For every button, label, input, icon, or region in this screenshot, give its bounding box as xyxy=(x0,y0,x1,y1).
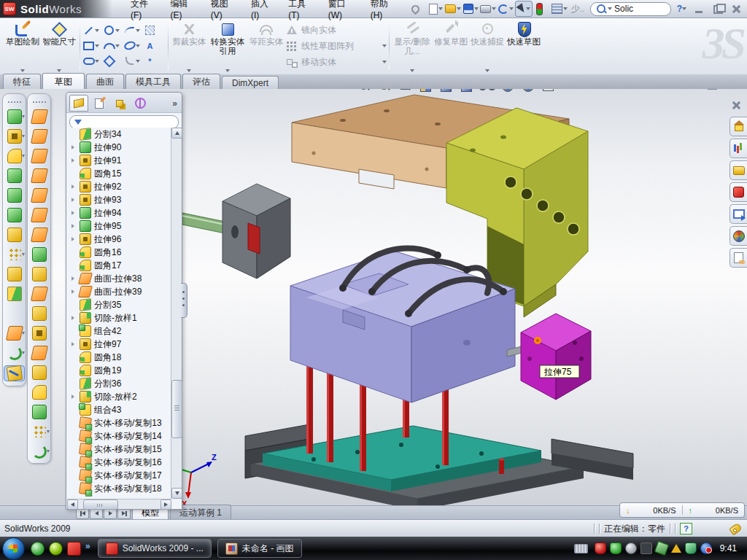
security-alert-tray-icon[interactable] xyxy=(595,542,606,554)
dropdown-arrow-icon[interactable] xyxy=(410,69,414,72)
tree-item[interactable]: 实体-移动/复制18 xyxy=(67,482,171,495)
polygon-icon[interactable] xyxy=(103,55,115,67)
select-cursor-icon[interactable] xyxy=(515,1,533,17)
shut-off-surface-icon[interactable] xyxy=(32,385,47,400)
menu-file[interactable]: 文件(F) xyxy=(123,0,163,23)
search-value[interactable]: Solic xyxy=(614,4,633,14)
tab-mold-tools[interactable]: 模具工具 xyxy=(125,74,181,89)
help-dropdown-icon[interactable] xyxy=(682,7,686,10)
parting-surface-icon[interactable] xyxy=(32,365,47,380)
search-box[interactable]: Solic xyxy=(590,2,671,16)
dropdown-arrow-icon[interactable] xyxy=(95,60,99,63)
dropdown-arrow-icon[interactable] xyxy=(136,44,140,47)
dropdown-arrow-icon[interactable] xyxy=(492,7,496,10)
toolbox-tab[interactable] xyxy=(729,182,747,202)
feature-label[interactable]: 圆角15 xyxy=(94,168,121,180)
point-icon[interactable]: * xyxy=(144,55,156,67)
feature-label[interactable]: 曲面-拉伸38 xyxy=(94,273,142,285)
scroll-right-button[interactable] xyxy=(160,499,171,510)
tab-evaluate[interactable]: 评估 xyxy=(182,74,220,89)
expand-arrow-icon[interactable] xyxy=(71,211,77,215)
tree-item[interactable]: 拉伸95 xyxy=(67,219,171,233)
dropdown-arrow-icon[interactable] xyxy=(509,7,514,10)
tree-item[interactable]: 曲面-拉伸39 xyxy=(67,285,171,298)
tree-item[interactable]: 分割34 xyxy=(67,128,171,141)
dropdown-arrow-icon[interactable] xyxy=(526,7,530,10)
body-move-copy-icon[interactable] xyxy=(8,306,21,319)
dropdown-arrow-icon[interactable] xyxy=(22,253,25,256)
feature-label[interactable]: 拉伸95 xyxy=(94,220,121,233)
tree-item[interactable]: 实体-移动/复制16 xyxy=(67,456,171,469)
feature-label[interactable]: 实体-移动/复制14 xyxy=(94,430,162,443)
feature-label[interactable]: 拉伸97 xyxy=(94,338,121,351)
expand-arrow-icon[interactable] xyxy=(71,198,77,202)
extruded-boss-icon[interactable] xyxy=(7,109,22,124)
view-palette-tab[interactable] xyxy=(729,204,747,224)
task-pane-close-icon[interactable] xyxy=(730,101,743,110)
move-entities-button[interactable]: 移动实体 xyxy=(285,54,387,70)
tree-item[interactable]: 切除-放样2 xyxy=(67,390,171,403)
tree-item[interactable]: 拉伸93 xyxy=(67,193,171,206)
dropdown-arrow-icon[interactable] xyxy=(20,69,25,72)
smart-dimension-button[interactable]: 智能尺寸 xyxy=(41,20,77,73)
slot-icon[interactable] xyxy=(82,55,95,67)
offset-surface-icon[interactable] xyxy=(30,208,47,222)
fillet-icon[interactable] xyxy=(7,149,22,163)
configurationmanager-tab[interactable] xyxy=(110,95,129,112)
shaded-region-icon[interactable] xyxy=(144,25,156,36)
offset-entities-button[interactable]: 等距实体 xyxy=(248,20,285,73)
expand-arrow-icon[interactable] xyxy=(71,145,77,149)
feature-label[interactable]: 组合43 xyxy=(94,404,121,416)
pin-icon[interactable] xyxy=(410,1,426,16)
tree-item[interactable]: 拉伸92 xyxy=(67,180,171,193)
sketch-button[interactable]: 草图绘制 xyxy=(4,20,41,73)
feature-label[interactable]: 拉伸96 xyxy=(94,233,121,246)
expand-arrow-icon[interactable] xyxy=(71,184,77,189)
dropdown-arrow-icon[interactable] xyxy=(47,450,50,453)
boundary-surface-icon[interactable] xyxy=(30,168,47,183)
feature-label[interactable]: 实体-移动/复制17 xyxy=(94,470,162,482)
help-button[interactable]: ? xyxy=(677,4,682,14)
dropdown-arrow-icon[interactable] xyxy=(47,430,50,433)
trim-surface-icon[interactable] xyxy=(32,267,47,281)
menu-view[interactable]: 视图(V) xyxy=(203,0,243,23)
messenger-quicklaunch-icon[interactable] xyxy=(31,542,44,556)
tree-item[interactable]: 实体-移动/复制13 xyxy=(67,416,171,429)
panel-overflow-button[interactable]: » xyxy=(172,98,179,109)
warning-tray-icon[interactable] xyxy=(671,544,681,553)
search-dropdown-icon[interactable] xyxy=(608,7,612,10)
feature-label[interactable]: 实体-移动/复制13 xyxy=(94,417,162,429)
tree-item[interactable]: 拉伸90 xyxy=(67,141,171,154)
tree-vertical-scrollbar[interactable] xyxy=(171,128,182,499)
feature-label[interactable]: 切除-放样1 xyxy=(94,312,137,324)
dropdown-arrow-icon[interactable] xyxy=(22,135,25,138)
scroll-up-button[interactable] xyxy=(171,128,182,139)
solidworks-resources-tab[interactable] xyxy=(729,117,747,136)
convert-entities-button[interactable]: 转换实体引用 xyxy=(207,20,248,73)
delete-face-icon[interactable] xyxy=(33,424,46,438)
ellipse-icon[interactable] xyxy=(123,40,136,52)
taskbar-button-paint[interactable]: 未命名 - 画图 xyxy=(217,539,302,558)
feature-label[interactable]: 分割34 xyxy=(94,128,121,141)
antivirus-tray-icon[interactable] xyxy=(610,542,622,554)
keyboard-layout-icon[interactable] xyxy=(574,544,588,553)
close-button[interactable] xyxy=(730,4,743,14)
delete-body-icon[interactable] xyxy=(5,326,23,341)
scroll-down-button[interactable] xyxy=(171,488,182,499)
dropdown-arrow-icon[interactable] xyxy=(115,29,120,32)
filled-surface-icon[interactable] xyxy=(30,188,47,203)
shell-icon[interactable] xyxy=(7,188,22,203)
arc-icon[interactable] xyxy=(103,40,115,52)
dropdown-arrow-icon[interactable] xyxy=(115,44,120,47)
combine-bodies-icon[interactable] xyxy=(7,267,22,281)
tree-item[interactable]: 拉伸91 xyxy=(67,154,171,167)
core-icon[interactable] xyxy=(32,405,47,419)
curve-icon[interactable] xyxy=(7,346,22,360)
feature-label[interactable]: 分割36 xyxy=(94,378,121,390)
tree-item[interactable]: 切除-放样1 xyxy=(67,311,171,324)
feature-label[interactable]: 圆角17 xyxy=(94,260,121,272)
tree-item[interactable]: 圆角16 xyxy=(67,246,171,259)
dropdown-arrow-icon[interactable] xyxy=(95,29,99,32)
tree-item[interactable]: 组合43 xyxy=(67,403,171,416)
design-library-tab[interactable] xyxy=(729,139,747,158)
